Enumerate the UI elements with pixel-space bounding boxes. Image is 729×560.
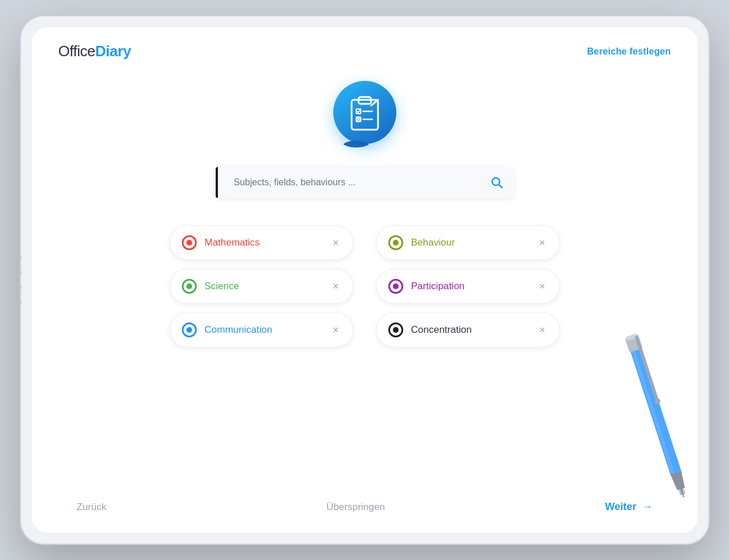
tablet-screen: OfficeDiary Bereiche festlegen	[31, 26, 699, 534]
back-button[interactable]: Zurück	[77, 501, 107, 513]
search-button[interactable]	[490, 176, 504, 189]
logo: OfficeDiary	[59, 42, 131, 60]
tag-dot-behaviour	[388, 235, 403, 250]
tag-remove-participation[interactable]: ×	[537, 280, 548, 293]
tag-remove-communication[interactable]: ×	[330, 324, 341, 336]
search-input[interactable]	[216, 167, 514, 198]
tag-dot-concentration	[388, 322, 403, 337]
tag-mathematics: Mathematics ×	[170, 225, 353, 260]
side-dot-4	[21, 300, 22, 305]
tag-remove-science[interactable]: ×	[330, 280, 341, 293]
tag-dot-participation	[388, 279, 403, 294]
main-content: Mathematics × Behaviour × Science ×	[31, 69, 699, 487]
tag-behaviour: Behaviour ×	[376, 225, 560, 260]
tablet-frame: OfficeDiary Bereiche festlegen	[21, 16, 709, 544]
side-dot-2	[21, 270, 22, 275]
tag-dot-mathematics	[182, 235, 197, 250]
search-container	[216, 167, 514, 198]
svg-line-11	[498, 185, 502, 188]
tag-label-participation: Participation	[411, 281, 529, 292]
tag-dot-communication	[182, 322, 197, 337]
icon-circle	[333, 81, 396, 144]
tags-grid: Mathematics × Behaviour × Science ×	[170, 225, 560, 347]
logo-office: Office	[59, 42, 95, 60]
tag-participation: Participation ×	[376, 269, 560, 304]
footer: Zurück Überspringen Weiter →	[31, 487, 699, 534]
search-icon	[490, 176, 504, 189]
tag-label-science: Science	[205, 281, 322, 292]
clipboard-icon	[348, 94, 381, 131]
tag-communication: Communication ×	[170, 313, 353, 347]
skip-button[interactable]: Überspringen	[326, 501, 385, 513]
bereiche-button[interactable]: Bereiche festlegen	[587, 46, 671, 57]
tag-label-behaviour: Behaviour	[411, 237, 529, 248]
side-dot-3	[21, 285, 22, 290]
tag-dot-science	[182, 279, 197, 294]
svg-marker-20	[670, 471, 686, 491]
next-label: Weiter	[605, 501, 637, 513]
tag-remove-mathematics[interactable]: ×	[330, 236, 341, 249]
logo-diary: Diary	[95, 42, 131, 60]
tag-concentration: Concentration ×	[376, 313, 560, 347]
svg-rect-15	[630, 348, 675, 477]
tag-remove-concentration[interactable]: ×	[537, 324, 548, 336]
tag-science: Science ×	[170, 269, 353, 304]
tag-label-concentration: Concentration	[411, 324, 529, 336]
tag-remove-behaviour[interactable]: ×	[537, 236, 548, 249]
tag-label-communication: Communication	[205, 324, 322, 336]
tag-label-mathematics: Mathematics	[205, 237, 322, 248]
side-dots	[21, 255, 22, 305]
side-dot-1	[21, 255, 22, 260]
header: OfficeDiary Bereiche festlegen	[31, 26, 699, 69]
next-button[interactable]: Weiter →	[605, 501, 653, 513]
